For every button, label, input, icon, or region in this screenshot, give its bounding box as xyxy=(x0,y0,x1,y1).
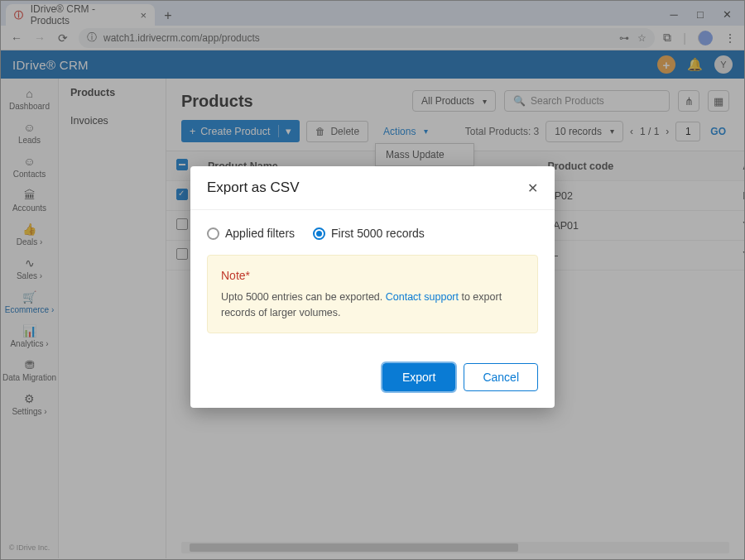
cancel-button[interactable]: Cancel xyxy=(464,363,538,391)
note-box: Note* Upto 5000 entries can be exported.… xyxy=(207,255,538,333)
radio-first-5000[interactable]: First 5000 records xyxy=(313,227,425,240)
modal-close-icon[interactable]: ✕ xyxy=(527,180,538,196)
radio-applied-filters[interactable]: Applied filters xyxy=(207,227,295,240)
radio-icon xyxy=(207,227,219,240)
radio-icon xyxy=(313,227,325,240)
export-csv-modal: Export as CSV ✕ Applied filters First 50… xyxy=(190,166,555,408)
note-title: Note* xyxy=(221,267,524,285)
radio-applied-label: Applied filters xyxy=(225,227,295,240)
note-text: Upto 5000 entries can be exported. Conta… xyxy=(221,290,524,321)
radio-first5000-label: First 5000 records xyxy=(331,227,425,240)
modal-overlay: Export as CSV ✕ Applied filters First 50… xyxy=(1,1,744,559)
modal-title: Export as CSV xyxy=(207,179,300,196)
contact-support-link[interactable]: Contact support xyxy=(386,291,459,303)
export-button[interactable]: Export xyxy=(382,363,455,391)
